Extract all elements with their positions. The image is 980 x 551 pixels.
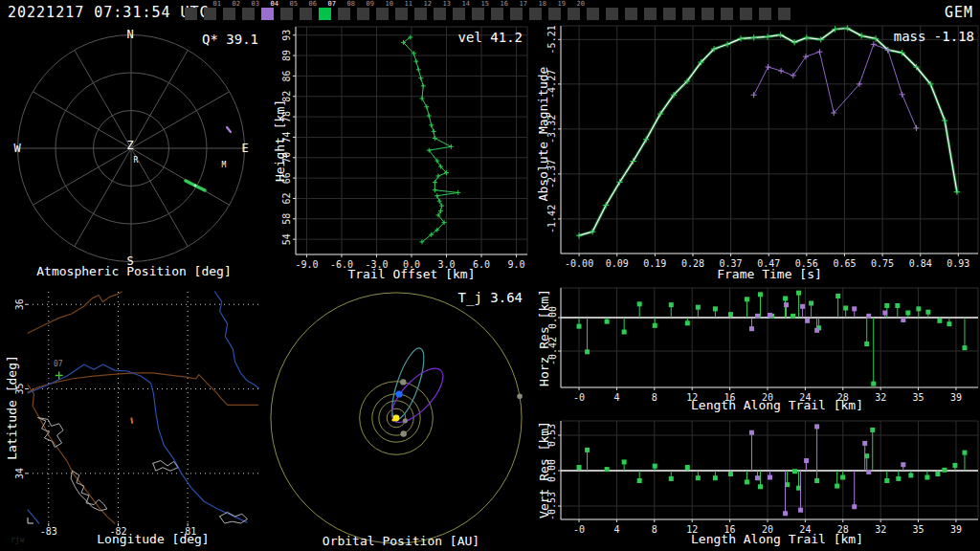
svg-text:8: 8	[652, 524, 657, 535]
frame-blank-26[interactable]	[682, 8, 695, 20]
mass-annotation: mass -1.18	[894, 29, 974, 44]
trail-series	[401, 34, 460, 244]
frame-11[interactable]	[395, 8, 408, 20]
frame-number: 11	[397, 1, 412, 8]
svg-text:N: N	[126, 28, 133, 41]
planet-earth	[395, 390, 402, 397]
frame-blank-23[interactable]	[625, 8, 637, 20]
frame-blank-28[interactable]	[721, 8, 733, 20]
frame-04[interactable]	[261, 8, 274, 20]
frame-blank-30[interactable]	[759, 8, 771, 20]
latitude-axis-label: Latitude [deg]	[5, 355, 19, 460]
svg-text:8: 8	[652, 392, 657, 403]
svg-text:E: E	[241, 142, 248, 155]
svg-text:-0.00: -0.00	[565, 258, 593, 269]
vertical-residuals-axes: -04812162024283235390.530.00-0.53	[547, 421, 979, 535]
map-plot: -83-82-8134353607	[0, 284, 268, 551]
frame-strip[interactable]: 0102030405060708091011121314151617181920	[0, 0, 980, 24]
frame-12[interactable]	[414, 8, 427, 20]
frame-blank-21[interactable]	[587, 8, 599, 20]
vertical-residuals-series	[577, 424, 968, 516]
frame-number: 13	[435, 1, 451, 8]
frame-number: 14	[455, 1, 470, 8]
frame-blank-31[interactable]	[778, 8, 791, 20]
frame-blank-29[interactable]	[740, 8, 752, 20]
frame-13[interactable]	[434, 8, 446, 20]
svg-text:-0: -0	[573, 524, 585, 535]
light-curve-plot: -0.000.090.190.280.370.470.560.650.750.8…	[536, 24, 980, 284]
trail-offset-axis-label: Trail Offset [km]	[347, 267, 475, 281]
svg-text:54: 54	[282, 233, 293, 245]
length-axis-label-top: Length Along Trail [km]	[691, 398, 863, 412]
svg-text:0.65: 0.65	[833, 258, 856, 269]
svg-text:0.19: 0.19	[643, 258, 666, 269]
frame-blank-24[interactable]	[644, 8, 657, 20]
svg-text:W: W	[13, 142, 21, 155]
shower-code-badge: GEM	[945, 4, 973, 21]
frame-blank-25[interactable]	[663, 8, 676, 20]
svg-text:6.0: 6.0	[473, 259, 490, 270]
frame-number: 20	[569, 1, 585, 8]
frame-03[interactable]	[242, 8, 255, 20]
frame-06[interactable]	[300, 8, 312, 20]
frame-number: 16	[493, 1, 508, 8]
frame-08[interactable]	[338, 8, 350, 20]
svg-text:0.09: 0.09	[606, 258, 629, 269]
top-bar: 20221217 07:31:54 UTC 010203040506070809…	[0, 0, 980, 24]
frame-16[interactable]	[491, 8, 503, 20]
frame-01[interactable]	[204, 8, 216, 20]
orbit-plot	[268, 284, 534, 551]
planet-mercury	[403, 418, 408, 423]
svg-text:0.93: 0.93	[947, 258, 969, 269]
light-curve-axes: -0.000.090.190.280.370.470.560.650.750.8…	[547, 25, 979, 268]
planet-jupiter	[517, 393, 523, 399]
velocity-annotation: vel 41.2	[458, 30, 523, 45]
panel-trail-offset: -9.0-6.0-3.00.03.06.09.05458626670747882…	[268, 24, 536, 284]
svg-text:35: 35	[913, 524, 924, 535]
planet-venus	[400, 430, 406, 436]
svg-text:39: 39	[950, 392, 962, 403]
svg-text:32: 32	[875, 524, 886, 535]
frame-10[interactable]	[376, 8, 389, 20]
frame-number: 08	[340, 1, 355, 8]
axes-corner	[28, 518, 33, 523]
frame-20[interactable]	[568, 8, 580, 20]
frame-05[interactable]	[280, 8, 293, 20]
frame-14[interactable]	[453, 8, 465, 20]
svg-text:32: 32	[875, 392, 886, 403]
polar-axis-title: Atmospheric Position [deg]	[36, 264, 232, 278]
frame-02[interactable]	[223, 8, 235, 20]
svg-text:93: 93	[282, 30, 293, 41]
frame-number: 09	[359, 1, 374, 8]
frame-15[interactable]	[472, 8, 484, 20]
frame-blank-27[interactable]	[702, 8, 714, 20]
svg-text:58: 58	[282, 213, 293, 225]
svg-text:M: M	[222, 161, 227, 169]
trail-offset-axes: -9.0-6.0-3.00.03.06.09.05458626670747882…	[282, 27, 528, 270]
svg-text:-1.42: -1.42	[547, 205, 558, 233]
frame-number: 12	[416, 1, 432, 8]
frame-number: 06	[301, 1, 317, 8]
frame-17[interactable]	[510, 8, 523, 20]
svg-text:-83: -83	[40, 526, 57, 537]
frame-blank-22[interactable]	[606, 8, 618, 20]
vert-res-axis-label: Vert Res [km]	[537, 421, 551, 518]
polar-plot: NESWZRM	[0, 24, 268, 284]
frame-09[interactable]	[357, 8, 369, 20]
frame-number: 18	[531, 1, 546, 8]
panel-atmospheric-position: NESWZRM Q* 39.1 Atmospheric Position [de…	[0, 24, 268, 284]
frame-07[interactable]	[319, 8, 331, 20]
frame-18[interactable]	[529, 8, 542, 20]
length-axis-label-bottom: Length Along Trail [km]	[691, 532, 863, 546]
height-axis-label: Height [km]	[273, 99, 287, 182]
orbital-axis-title: Orbital Position [AU]	[323, 534, 479, 548]
frame-number: 05	[282, 1, 298, 8]
frame-number: 04	[263, 1, 278, 8]
frame-19[interactable]	[548, 8, 561, 20]
meteor-analysis-screen: 20221217 07:31:54 UTC 010203040506070809…	[0, 0, 980, 551]
light-curve-series	[576, 25, 960, 238]
station-marker: 07	[54, 360, 63, 380]
frame-number: 03	[244, 1, 259, 8]
frame-number: 01	[206, 1, 221, 8]
frame-blank-0[interactable]	[185, 8, 197, 20]
